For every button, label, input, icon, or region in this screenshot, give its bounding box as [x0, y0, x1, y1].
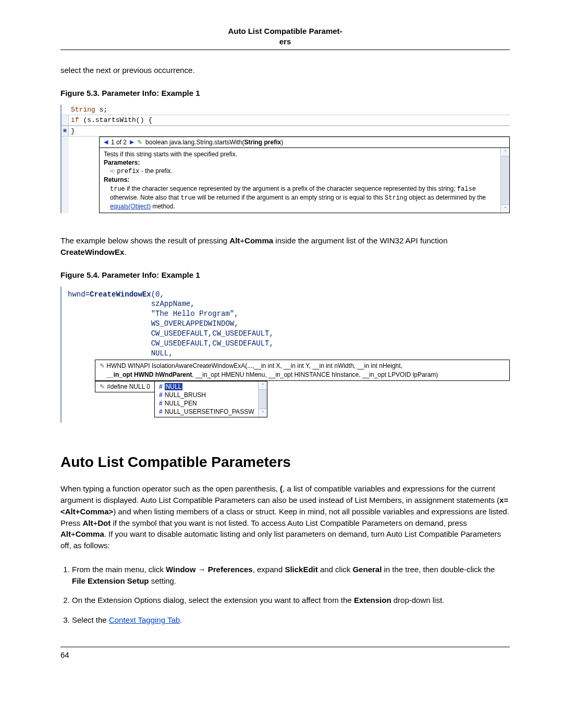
intro-paragraph: select the next or previous occurrence. — [60, 65, 510, 76]
step-2: On the Extension Options dialog, select … — [72, 595, 510, 606]
fold-gutter[interactable] — [62, 115, 69, 125]
tag-icon: ✎ — [100, 383, 105, 390]
code-line: WS_OVERLAPPEDWINDOW, — [68, 319, 510, 329]
tag-icon: ✎ — [100, 362, 105, 369]
doc-scrollbar[interactable]: ˄ ˅ — [500, 148, 509, 213]
next-overload-icon[interactable]: ▶ — [130, 139, 134, 145]
context-tagging-tab-link[interactable]: Context Tagging Tab — [109, 615, 180, 624]
signature-box: ✎ HWND WINAPI IsolationAwareCreateWindow… — [95, 360, 510, 381]
completion-item[interactable]: #NULL_BRUSH — [158, 391, 255, 399]
code-line-with-gutter: ▣ } — [62, 126, 510, 137]
param-arrow-icon: ➪ — [110, 167, 115, 175]
page-header: Auto List Compatible Paramet- ers — [60, 26, 510, 46]
tooltip-indent — [69, 137, 99, 213]
code-line: CW_USEDEFAULT,CW_USEDEFAULT, — [68, 339, 510, 349]
javadoc-content: Tests if this string starts with the spe… — [100, 148, 500, 213]
param-name: prefix — [117, 168, 139, 175]
scroll-track[interactable] — [259, 390, 267, 409]
signature-text: boolean java.lang.String.startsWith(Stri… — [145, 139, 283, 146]
completion-item-selected[interactable]: #NULL — [158, 382, 255, 391]
scroll-track[interactable] — [501, 156, 509, 204]
code-brace: } — [69, 126, 510, 136]
section-heading: Auto List Compatible Parameters — [60, 454, 510, 471]
document-page: Auto List Compatible Paramet- ers select… — [0, 0, 563, 675]
tooltip-wrap: ✎ HWND WINAPI IsolationAwareCreateWindow… — [95, 360, 510, 418]
code-line: szAppName, — [68, 299, 510, 309]
completion-list[interactable]: #NULL #NULL_BRUSH #NULL_PEN #NULL_USERSE… — [154, 381, 268, 417]
completion-item[interactable]: #NULL_PEN — [158, 399, 255, 408]
completion-scrollbar[interactable]: ˄ ˅ — [258, 381, 267, 417]
code-line-with-gutter: if (s.startsWith() { — [62, 115, 510, 126]
javadoc-box: Tests if this string starts with the spe… — [99, 148, 510, 213]
keyword: String — [71, 106, 95, 114]
code-line: hwnd=CreateWindowEx(0, — [68, 290, 510, 300]
returns-text: true if the character sequence represent… — [104, 184, 496, 211]
parameters-label: Parameters: — [104, 159, 140, 166]
code-line: CW_USEDEFAULT,CW_USEDEFAULT, — [68, 329, 510, 339]
completion-item[interactable]: #NULL_USERSETINFO_PASSW — [158, 408, 255, 416]
step-1: From the main menu, click Window → Prefe… — [72, 564, 510, 587]
hash-icon: # — [159, 400, 163, 407]
fold-gutter-marker[interactable]: ▣ — [62, 126, 69, 136]
scroll-up-icon[interactable]: ˄ — [259, 381, 267, 390]
param-desc: - the prefix. — [140, 167, 173, 175]
tooltip-stack: ◀ 1 of 2 ▶ ✎ boolean java.lang.String.st… — [99, 137, 510, 213]
header-rule — [60, 50, 510, 50]
code-text: if (s.startsWith() { — [69, 115, 510, 125]
code-line: String s; — [62, 105, 510, 115]
header-line-1: Auto List Compatible Paramet- — [228, 27, 342, 35]
code-line: NULL, — [68, 349, 510, 359]
hash-icon: # — [159, 408, 163, 415]
returns-label: Returns: — [104, 176, 129, 183]
footer-rule — [60, 647, 510, 647]
scroll-down-icon[interactable]: ˅ — [259, 409, 267, 417]
figure-5-4-caption: Figure 5.4. Parameter Info: Example 1 — [60, 270, 510, 279]
mid-paragraph: The example below shows the result of pr… — [60, 235, 510, 258]
doc-summary: Tests if this string starts with the spe… — [104, 150, 496, 158]
completion-list-items: #NULL #NULL_BRUSH #NULL_PEN #NULL_USERSE… — [155, 381, 259, 417]
prev-overload-icon[interactable]: ◀ — [104, 139, 108, 145]
hash-icon: # — [159, 383, 163, 390]
signature-box: ◀ 1 of 2 ▶ ✎ boolean java.lang.String.st… — [99, 137, 510, 148]
define-tooltip: ✎ #define NULL 0 — [95, 381, 155, 392]
equals-link[interactable]: equals(Object) — [110, 203, 151, 210]
overload-counter: 1 of 2 — [111, 139, 127, 146]
hash-icon: # — [159, 391, 163, 399]
scroll-down-icon[interactable]: ˅ — [501, 204, 509, 213]
step-3: Select the Context Tagging Tab. — [72, 614, 510, 626]
figure-5-3: String s; if (s.startsWith() { ▣ } ◀ 1 o… — [60, 105, 510, 213]
tooltip-area: ◀ 1 of 2 ▶ ✎ boolean java.lang.String.st… — [62, 137, 510, 213]
dropdown-row: ✎ #define NULL 0 #NULL #NULL_BRUSH #NULL… — [95, 381, 510, 417]
scroll-up-icon[interactable]: ˄ — [501, 148, 509, 156]
tag-icon: ✎ — [137, 139, 142, 146]
page-number: 64 — [60, 650, 510, 659]
code-line: "The Hello Program", — [68, 309, 510, 319]
header-line-2: ers — [279, 37, 291, 46]
figure-5-3-caption: Figure 5.3. Parameter Info: Example 1 — [60, 89, 510, 97]
figure-5-4: hwnd=CreateWindowEx(0, szAppName, "The H… — [60, 287, 510, 423]
steps-list: From the main menu, click Window → Prefe… — [60, 564, 510, 626]
keyword: if — [71, 116, 79, 124]
body-paragraph: When typing a function operator such as … — [60, 483, 510, 551]
